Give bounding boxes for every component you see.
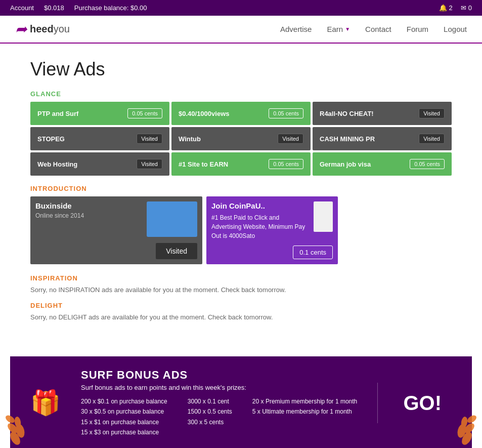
bonus-list-item: 3000 x 0.1 cent: [188, 396, 232, 406]
bonus-content: SURF BONUS ADS Surf bonus ads to earn po…: [81, 369, 362, 438]
laurel-right-icon: [447, 408, 477, 448]
bonus-list-3: 20 x Premium membership for 1 month5 x U…: [252, 396, 357, 438]
ad-name: STOPEG: [37, 135, 65, 143]
go-button[interactable]: GO!: [393, 392, 452, 415]
buxinside-image: [147, 201, 197, 237]
mail-icon: ✉: [461, 4, 466, 12]
ad-badge: 0.05 cents: [127, 108, 162, 118]
bonus-wrapper: 🎁 SURF BONUS ADS Surf bonus ads to earn …: [10, 356, 472, 448]
ad-badge: 0.05 cents: [410, 159, 445, 169]
bonus-subtitle: Surf bonus ads to earn points and win th…: [81, 384, 362, 391]
glance-ad-card[interactable]: $0.40/1000views0.05 cents: [171, 102, 311, 125]
ad-name: $0.40/1000views: [179, 110, 229, 117]
bonus-lists: 200 x $0.1 on purchase balance30 x $0.5 …: [81, 396, 362, 438]
nav-logout[interactable]: Logout: [444, 25, 467, 33]
ad-badge: Visited: [137, 159, 162, 169]
introduction-label: INTRODUCTION: [30, 185, 452, 192]
ad-name: Wintub: [179, 135, 201, 143]
bonus-list-item: 20 x Premium membership for 1 month: [252, 396, 357, 406]
top-bar-right: 🔔 2 ✉ 0: [439, 4, 472, 12]
bonus-title: SURF BONUS ADS: [81, 369, 362, 382]
page-title: View Ads: [30, 59, 452, 80]
bonus-list-item: 5 x Ultimate membership for 1 month: [252, 406, 357, 417]
bonus-list-item: 15 x $1 on purchase balance: [81, 417, 167, 427]
logo-mark: ➦: [15, 21, 27, 37]
bonus-list-item: 200 x $0.1 on purchase balance: [81, 396, 167, 406]
bonus-list-item: 15 x $3 on purchase balance: [81, 427, 167, 437]
intro-card-top: Buxinside Online since 2014: [35, 201, 197, 237]
ad-name: R4all-NO CHEAT!: [320, 110, 374, 117]
glance-ad-card[interactable]: WintubVisited: [171, 127, 311, 150]
bonus-list-item: 30 x $0.5 on purchase balance: [81, 406, 167, 417]
nav-earn[interactable]: Earn ▼: [327, 25, 350, 33]
glance-label: GLANCE: [30, 90, 452, 98]
ad-name: German job visa: [320, 160, 371, 168]
bonus-list-2: 3000 x 0.1 cent1500 x 0.5 cents300 x 5 c…: [188, 396, 232, 438]
glance-ad-card[interactable]: STOPEGVisited: [30, 127, 169, 150]
account-value: $0.018: [44, 4, 64, 12]
buxinside-bottom: Visited: [35, 243, 197, 259]
account-label: Account: [10, 4, 34, 12]
purchase-balance: Purchase balance: $0.00: [74, 4, 147, 12]
svg-point-4: [5, 414, 16, 424]
ad-badge: Visited: [419, 108, 445, 118]
introduction-grid: Buxinside Online since 2014 Visited Join…: [30, 196, 452, 264]
nav-contact[interactable]: Contact: [365, 25, 391, 33]
coinpau-badge: 0.1 cents: [293, 246, 333, 259]
glance-ad-card[interactable]: #1 Site to EARN0.05 cents: [171, 152, 311, 176]
nav-advertise[interactable]: Advertise: [280, 25, 312, 33]
inspiration-sorry: Sorry, no INSPIRATION ads are available …: [30, 286, 452, 294]
coinpau-top: Join CoinPaU.. #1 Best Paid to Click and…: [211, 201, 333, 240]
bonus-divider: [377, 383, 378, 423]
laurel-right-area: [447, 408, 477, 448]
logo[interactable]: ➦ heedyou: [15, 21, 70, 37]
glance-ad-card[interactable]: German job visa0.05 cents: [313, 152, 452, 176]
buxinside-visited-button[interactable]: Visited: [156, 243, 197, 259]
top-bar-left: Account $0.018 Purchase balance: $0.00: [10, 4, 147, 12]
intro-card-coinpau[interactable]: Join CoinPaU.. #1 Best Paid to Click and…: [206, 196, 338, 264]
glance-ad-card[interactable]: R4all-NO CHEAT!Visited: [313, 102, 452, 125]
laurel-left-area: [5, 408, 35, 448]
inspiration-label: INSPIRATION: [30, 274, 452, 282]
glance-ad-card[interactable]: Web HostingVisited: [30, 152, 169, 176]
bonus-list-item: 300 x 5 cents: [188, 417, 232, 427]
ad-name: Web Hosting: [37, 160, 77, 168]
intro-card-buxinside[interactable]: Buxinside Online since 2014 Visited: [30, 196, 202, 264]
bonus-section: 🎁 SURF BONUS ADS Surf bonus ads to earn …: [10, 356, 472, 448]
ad-name: PTP and Surf: [37, 110, 78, 117]
coinpau-title: Join CoinPaU..: [211, 201, 310, 210]
mail-count: 0: [468, 4, 472, 12]
buxinside-subtitle: Online since 2014: [35, 212, 142, 219]
ad-name: CASH MINING PR: [320, 135, 375, 143]
ad-name: #1 Site to EARN: [179, 160, 228, 168]
coinpau-bottom: 0.1 cents: [211, 246, 333, 259]
top-bar: Account $0.018 Purchase balance: $0.00 🔔…: [0, 0, 482, 16]
coinpau-image: [314, 201, 333, 232]
glance-grid: PTP and Surf0.05 cents$0.40/1000views0.0…: [30, 102, 452, 176]
logo-text: heedyou: [30, 23, 70, 35]
mail-badge[interactable]: ✉ 0: [461, 4, 472, 12]
buxinside-title: Buxinside: [35, 201, 142, 210]
glance-ad-card[interactable]: PTP and Surf0.05 cents: [30, 102, 169, 125]
svg-point-9: [466, 414, 477, 424]
delight-sorry: Sorry, no DELIGHT ads are available for …: [30, 313, 452, 321]
main-content: View Ads GLANCE PTP and Surf0.05 cents$0…: [0, 44, 482, 336]
coinpau-desc: #1 Best Paid to Click and Advertising We…: [211, 213, 310, 240]
ad-badge: 0.05 cents: [269, 159, 303, 169]
nav-links: Advertise Earn ▼ Contact Forum Logout: [280, 25, 467, 33]
bell-icon: 🔔: [439, 4, 447, 12]
ad-badge: Visited: [278, 134, 303, 144]
ad-badge: Visited: [137, 134, 162, 144]
earn-dropdown-arrow: ▼: [345, 26, 350, 32]
bonus-list-1: 200 x $0.1 on purchase balance30 x $0.5 …: [81, 396, 167, 438]
bonus-list-item: 1500 x 0.5 cents: [188, 406, 232, 417]
main-nav: ➦ heedyou Advertise Earn ▼ Contact Forum…: [0, 16, 482, 44]
bell-count: 2: [449, 4, 453, 12]
ad-badge: Visited: [419, 134, 445, 144]
nav-forum[interactable]: Forum: [407, 25, 428, 33]
bell-badge[interactable]: 🔔 2: [439, 4, 453, 12]
glance-ad-card[interactable]: CASH MINING PRVisited: [313, 127, 452, 150]
laurel-left-icon: [5, 408, 35, 448]
delight-label: DELIGHT: [30, 302, 452, 309]
ad-badge: 0.05 cents: [269, 108, 303, 118]
